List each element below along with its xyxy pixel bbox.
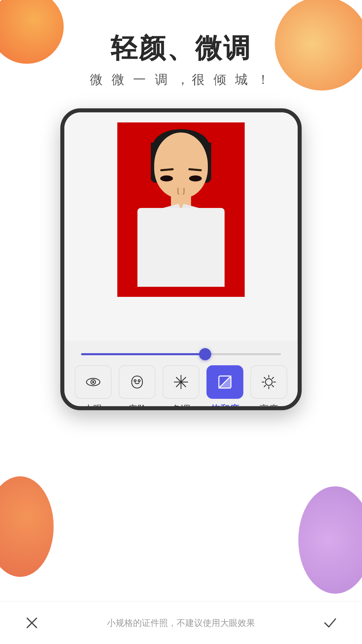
eyebrow-left	[160, 168, 174, 171]
saturation-icon	[216, 373, 234, 391]
check-icon	[323, 615, 338, 630]
svg-point-3	[134, 380, 136, 382]
shirt	[137, 208, 225, 287]
bottom-hint: 小规格的证件照，不建议使用大眼效果	[44, 617, 318, 629]
tool-label-color-tone: 色调	[172, 403, 190, 410]
svg-point-11	[265, 379, 272, 385]
decoration-blob-bottom-right	[298, 486, 362, 594]
eye-left	[160, 175, 173, 181]
phone-mockup: 大眼 瘦脸	[60, 108, 302, 410]
tool-icon-saturation	[206, 365, 243, 399]
slider-fill	[81, 353, 205, 355]
tool-big-eye[interactable]: 大眼	[75, 365, 112, 410]
decoration-blob-bottom-left	[0, 476, 54, 577]
tool-label-saturation: 饱和度	[211, 403, 239, 410]
tool-saturation[interactable]: 饱和度	[206, 365, 243, 410]
page-subtitle: 微 微 一 调 ，很 倾 城 ！	[0, 71, 362, 88]
phone-mockup-container: 大眼 瘦脸	[0, 108, 362, 410]
tool-icon-color-tone	[163, 365, 199, 399]
tool-icon-big-eye	[75, 365, 112, 399]
close-icon	[24, 615, 39, 630]
tool-color-tone[interactable]: 色调	[163, 365, 199, 410]
face-icon	[128, 373, 146, 391]
eye-icon	[84, 373, 102, 391]
bottom-bar: 小规格的证件照，不建议使用大眼效果	[0, 601, 362, 644]
photo-area	[64, 112, 298, 340]
passport-photo	[117, 122, 245, 297]
eye-right	[189, 175, 202, 181]
brightness-icon	[260, 373, 278, 391]
cancel-button[interactable]	[20, 611, 44, 635]
svg-line-18	[272, 377, 274, 379]
color-tone-icon	[172, 373, 190, 391]
tool-icon-brightness	[250, 365, 287, 399]
tool-label-big-eye: 大眼	[84, 403, 103, 410]
eyebrow-right	[188, 168, 202, 171]
svg-line-17	[272, 385, 274, 387]
tool-slim-face[interactable]: 瘦脸	[119, 365, 156, 410]
tool-brightness[interactable]: 亮度	[250, 365, 287, 410]
tools-row: 大眼 瘦脸	[64, 355, 298, 410]
svg-line-16	[264, 377, 265, 379]
tool-label-brightness: 亮度	[259, 403, 278, 410]
svg-line-19	[264, 385, 265, 387]
confirm-button[interactable]	[318, 611, 342, 635]
slider-thumb[interactable]	[199, 348, 211, 360]
tool-label-slim-face: 瘦脸	[128, 403, 146, 410]
svg-point-2	[92, 381, 94, 383]
header: 轻颜、微调 微 微 一 调 ，很 倾 城 ！	[0, 0, 362, 88]
page-title: 轻颜、微调	[0, 34, 362, 63]
slider-area[interactable]	[64, 340, 298, 355]
slider-track[interactable]	[81, 353, 281, 355]
face	[154, 132, 208, 198]
svg-point-4	[138, 380, 140, 382]
tool-icon-slim-face	[119, 365, 156, 399]
